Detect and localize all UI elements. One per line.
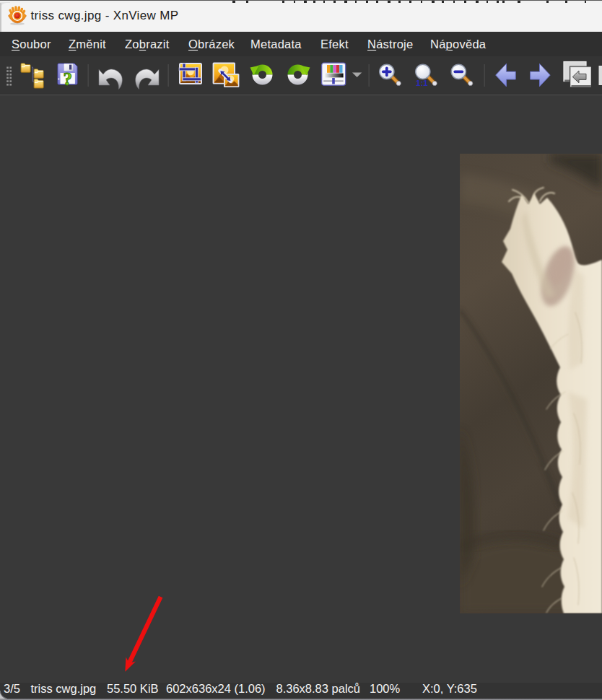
- svg-text:?: ?: [63, 69, 72, 89]
- svg-text:1:1: 1:1: [416, 79, 428, 87]
